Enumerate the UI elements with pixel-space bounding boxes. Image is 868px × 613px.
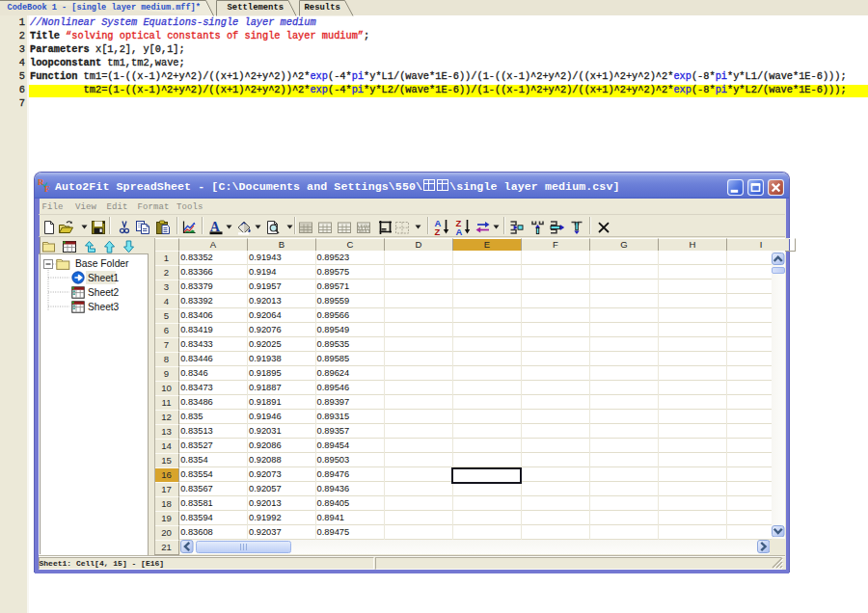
svg-text:A: A bbox=[456, 227, 463, 236]
svg-text:A: A bbox=[210, 220, 221, 234]
svg-text:Z: Z bbox=[435, 227, 441, 236]
svg-text:F: F bbox=[44, 184, 50, 192]
